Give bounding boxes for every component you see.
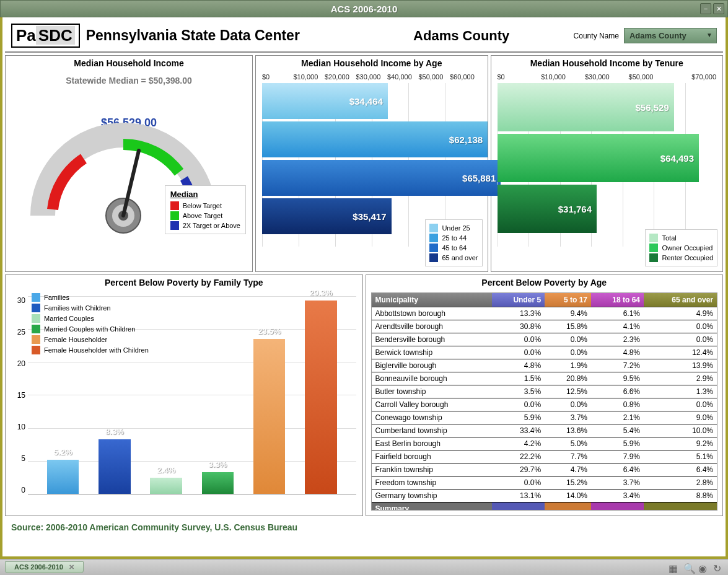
table-row[interactable]: Germany township13.1%14.0%3.4%8.8% — [372, 489, 717, 503]
bar-label: $62,138 — [449, 134, 483, 145]
panels-row-2: Percent Below Poverty by Family Type 30 … — [5, 274, 723, 516]
cell: 13.6% — [545, 424, 591, 437]
bar: 8.3% — [99, 439, 130, 494]
bar: 23.5% — [253, 339, 285, 494]
square-icon — [32, 293, 40, 302]
bar-label: $35,417 — [353, 211, 386, 222]
table-row[interactable]: Abbottstown borough13.3%9.4%6.1%4.9% — [372, 307, 717, 320]
cell: 13.3% — [492, 307, 545, 320]
legend-label: 45 to 64 — [442, 244, 467, 252]
titlebar: ACS 2006-2010 − ✕ — [0, 0, 728, 17]
table-row[interactable]: Franklin township29.7%4.7%6.4%6.4% — [372, 463, 717, 476]
col-header[interactable]: Municipality — [372, 293, 493, 307]
county-select[interactable]: Adams County — [624, 28, 717, 43]
table-row[interactable]: Biglerville borough4.8%1.9%7.2%13.9% — [372, 359, 717, 372]
refresh-icon[interactable]: ↻ — [713, 563, 723, 573]
col-chart: 30 25 20 15 10 5 0 5.2% 8.3% 2.4% 3.3% 2… — [6, 290, 362, 501]
table-row[interactable]: Berwick township0.0%0.0%4.8%12.4% — [372, 346, 717, 359]
table-row[interactable]: Carroll Valley borough0.0%0.0%0.8%0.0% — [372, 398, 717, 411]
bar-wrap: 2.4% — [144, 296, 189, 494]
square-icon — [32, 304, 40, 312]
cell: Arendtsville borough — [372, 320, 493, 333]
sheet-tab[interactable]: ACS 2006-2010 ✕ — [5, 561, 84, 573]
minimize-button[interactable]: − — [700, 3, 711, 14]
cell: Freedom township — [372, 476, 493, 489]
table-row[interactable]: Bonneauville borough1.5%20.8%9.5%2.9% — [372, 372, 717, 385]
summary-row[interactable]: Summary — [372, 503, 717, 511]
table-row[interactable]: Fairfield borough22.2%7.7%7.9%5.1% — [372, 450, 717, 463]
cell: 0.0% — [492, 346, 545, 359]
square-icon — [32, 325, 40, 333]
bar-wrap: 23.5% — [247, 296, 292, 494]
logo-pa: Pa — [16, 26, 36, 45]
cell: Fairfield borough — [372, 450, 493, 463]
gauge-legend-item: Below Target — [170, 201, 240, 210]
table-row[interactable]: Conewago township5.9%3.7%2.1%9.0% — [372, 411, 717, 424]
cell: Germany township — [372, 489, 493, 503]
square-icon — [429, 244, 438, 252]
hbar-axis: $0 $10,000 $30,000 $50,000 $70,000 — [491, 71, 723, 83]
bar-row: $31,764 — [498, 185, 717, 233]
chart-icon[interactable]: ◉ — [698, 563, 708, 573]
cell: 7.2% — [591, 359, 644, 372]
cell: 0.0% — [545, 333, 591, 346]
table-row[interactable]: Arendtsville borough30.8%15.8%4.1%0.0% — [372, 320, 717, 333]
col-header[interactable]: 5 to 17 — [545, 293, 591, 307]
tick: 0 — [7, 486, 25, 494]
county-select-wrap: County Name Adams County — [574, 28, 717, 43]
cell: 5.1% — [644, 450, 717, 463]
cell: 30.8% — [492, 320, 545, 333]
cell: Conewago township — [372, 411, 493, 424]
bar-label: $34,464 — [349, 96, 383, 107]
cell: 4.9% — [644, 307, 717, 320]
cell: 13.9% — [644, 359, 717, 372]
col-header[interactable]: 65 and over — [644, 293, 717, 307]
bar-label: 23.5% — [258, 327, 281, 336]
bar: $35,417 — [262, 198, 392, 234]
hbar-body: $56,529 $64,493 $31,764 Total Owner Occu… — [491, 83, 723, 271]
cell: 0.0% — [644, 398, 717, 411]
cell: 3.4% — [591, 489, 644, 503]
col-header[interactable]: 18 to 64 — [591, 293, 644, 307]
grid-icon[interactable]: ▦ — [669, 563, 678, 573]
zoom-icon[interactable]: 🔍 — [683, 563, 693, 573]
tick: $40,000 — [387, 73, 419, 81]
hbar-body: $34,464 $62,138 $65,881 $35,417 Under 25… — [256, 83, 488, 271]
table-row[interactable]: Bendersville borough0.0%0.0%2.3%0.0% — [372, 333, 717, 346]
cell: 2.9% — [644, 372, 717, 385]
tick: 5 — [7, 454, 25, 463]
col-header[interactable]: Under 5 — [492, 293, 545, 307]
legend-label: Female Householder — [44, 336, 107, 343]
logo: PaSDC — [11, 24, 80, 48]
table-row[interactable]: Cumberland township33.4%13.6%5.4%10.0% — [372, 424, 717, 437]
hbar-legend: Total Owner Occupied Renter Occupied — [645, 229, 717, 266]
hbar-legend: Under 25 25 to 44 45 to 64 65 and over — [425, 219, 482, 266]
tick: 20 — [7, 359, 25, 368]
cell: 0.0% — [492, 476, 545, 489]
bar-row: $56,529 — [498, 83, 717, 131]
table-scroll[interactable]: Municipality Under 5 5 to 17 18 to 64 65… — [371, 292, 718, 511]
cell — [492, 503, 545, 511]
bar-row: $34,464 — [262, 83, 481, 119]
square-icon — [170, 201, 179, 210]
cell: 0.0% — [644, 320, 717, 333]
table-row[interactable]: East Berlin borough4.2%5.0%5.9%9.2% — [372, 437, 717, 450]
bar-label: 5.2% — [54, 447, 72, 457]
close-icon[interactable]: ✕ — [69, 563, 74, 571]
bar: $56,529 — [498, 83, 674, 131]
tick: $20,000 — [325, 73, 356, 81]
table-row[interactable]: Freedom township0.0%15.2%3.7%2.8% — [372, 476, 717, 489]
square-icon — [649, 244, 658, 252]
legend-item: Female Householder — [32, 335, 149, 344]
cell: 3.7% — [591, 476, 644, 489]
cell: Biglerville borough — [372, 359, 493, 372]
bar-wrap: 29.3% — [298, 296, 343, 494]
cell: Butler township — [372, 385, 493, 398]
legend-item: Married Couples with Children — [32, 325, 149, 333]
legend-item: 45 to 64 — [429, 244, 478, 252]
square-icon — [429, 234, 438, 242]
table-row[interactable]: Butler township3.5%12.5%6.6%1.3% — [372, 385, 717, 398]
close-button[interactable]: ✕ — [713, 3, 724, 14]
cell: 29.7% — [492, 463, 545, 476]
bar-label: $31,764 — [558, 204, 592, 214]
